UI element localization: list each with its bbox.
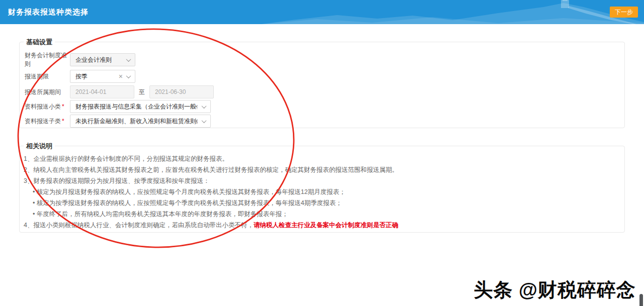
field-row-material-subcategory: 资料报送小类* 财务报表报送与信息采集（企业会计准则一般企业） ×: [25, 100, 211, 113]
material-subcategory-value: 财务报表报送与信息采集（企业会计准则一般企业）: [75, 103, 197, 111]
note-line-2: 2、纳税人在向主管税务机关报送其财务报表之前，应首先在税务机关进行过财务报表的核…: [24, 164, 619, 175]
material-subclass-select[interactable]: 未执行新金融准则、新收入准则和新租赁准则的一般企业 ×: [70, 115, 211, 128]
chevron-down-icon: [126, 57, 131, 62]
watermark: 头条 @财税碎碎念: [473, 277, 636, 303]
note-line-4-warning: 请纳税人检查主行业及备案中会计制度准则是否正确: [254, 222, 398, 229]
note-bullet-2: • 核定为按季报送财务报表的纳税人，应按照规定每个季度向税务机关报送其财务报表，…: [33, 197, 619, 209]
period-end-input[interactable]: 2021-06-30: [149, 85, 214, 98]
notes-panel: 相关说明 1、企业需根据执行的财务会计制度的不同，分别报送其规定的财务报表。 2…: [19, 146, 625, 233]
clear-icon[interactable]: ×: [119, 70, 123, 82]
notes-list: 1、企业需根据执行的财务会计制度的不同，分别报送其规定的财务报表。 2、纳税人在…: [20, 153, 619, 231]
note-bullet-3: • 年度终了后，所有纳税人均需向税务机关报送其本年度的年度财务报表，即财务报表年…: [33, 209, 619, 220]
material-subclass-label: 资料报送子类*: [25, 117, 70, 126]
next-step-button[interactable]: 下一步: [610, 7, 638, 18]
clear-icon[interactable]: ×: [194, 100, 198, 113]
basic-settings-panel: 基础设置 财务会计制度准则 企业会计准则 报送期限 按季 × 报送所属期间 20…: [19, 42, 625, 128]
submission-period-label: 报送期限: [25, 72, 70, 81]
note-line-3: 3、财务报表的报送期限分为按月报送、按季度报送和按年度报送：: [24, 175, 619, 186]
material-subcategory-select[interactable]: 财务报表报送与信息采集（企业会计准则一般企业） ×: [70, 100, 211, 113]
period-start-input[interactable]: 2021-04-01: [70, 85, 134, 98]
page-title: 财务报表报送种类选择: [8, 0, 89, 24]
note-line-4-text: 4、报送小类则根据纳税人行业、会计制度准则确定，若由系统自动带出小类不符，: [24, 222, 254, 229]
header: 财务报表报送种类选择 下一步: [0, 0, 644, 24]
notes-legend: 相关说明: [24, 142, 55, 150]
field-row-period-range: 报送所属期间 2021-04-01 至 2021-06-30: [25, 85, 214, 98]
required-asterisk: *: [62, 118, 64, 125]
note-line-1: 1、企业需根据执行的财务会计制度的不同，分别报送其规定的财务报表。: [24, 153, 619, 164]
scrollbar-thumb[interactable]: [639, 294, 643, 306]
material-subclass-value: 未执行新金融准则、新收入准则和新租赁准则的一般企业: [75, 117, 197, 126]
submission-period-value: 按季: [75, 72, 88, 81]
material-subcategory-label: 资料报送小类*: [25, 103, 70, 111]
great-wall-illustration: [262, 0, 644, 24]
chevron-down-icon: [126, 73, 131, 78]
note-bullet-1: • 核定为按月报送财务报表的纳税人，应按照规定每个月度向税务机关报送其财务报表，…: [33, 186, 619, 197]
page: 财务报表报送种类选择 下一步 基础设置 财务会计制度准则 企业会计准则 报送期限…: [0, 0, 644, 306]
field-row-accounting-standard: 财务会计制度准则 企业会计准则: [25, 53, 135, 66]
chevron-down-icon: [202, 118, 207, 123]
field-row-submission-period: 报送期限 按季 ×: [25, 70, 135, 83]
required-asterisk: *: [62, 103, 64, 110]
note-line-4: 4、报送小类则根据纳税人行业、会计制度准则确定，若由系统自动带出小类不符，请纳税…: [24, 220, 619, 231]
accounting-standard-label: 财务会计制度准则: [25, 51, 70, 68]
field-row-material-subclass: 资料报送子类* 未执行新金融准则、新收入准则和新租赁准则的一般企业 ×: [25, 115, 211, 128]
accounting-standard-select[interactable]: 企业会计准则: [70, 53, 135, 66]
chevron-down-icon: [202, 104, 207, 109]
basic-settings-legend: 基础设置: [24, 38, 55, 46]
period-range-label: 报送所属期间: [25, 88, 70, 96]
accounting-standard-value: 企业会计准则: [75, 56, 112, 64]
submission-period-select[interactable]: 按季 ×: [70, 70, 135, 83]
period-range-separator: 至: [134, 88, 149, 96]
clear-icon[interactable]: ×: [194, 115, 198, 127]
